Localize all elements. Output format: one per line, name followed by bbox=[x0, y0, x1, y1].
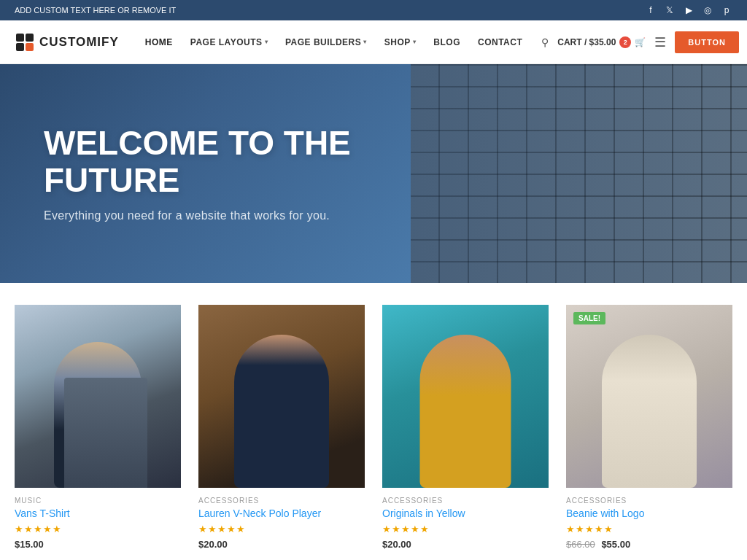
product-name-3[interactable]: Originals in Yellow bbox=[382, 508, 549, 519]
products-section: MUSIC Vans T-Shirt ★ ★ ★ ★ ★ $15.00 ACCE… bbox=[0, 283, 747, 560]
cart-badge: 2 bbox=[619, 36, 631, 48]
product-card-3[interactable]: ACCESSORIES Originals in Yellow ★ ★ ★ ★ … bbox=[382, 305, 549, 550]
social-icons: f 𝕏 ▶ ◎ p bbox=[645, 4, 732, 16]
product-card-4[interactable]: SALE! ACCESSORIES Beanie with Logo ★ ★ ★… bbox=[566, 305, 732, 550]
product-category-3: ACCESSORIES bbox=[382, 497, 549, 505]
product-image-2 bbox=[198, 305, 365, 488]
product-category-2: ACCESSORIES bbox=[198, 497, 365, 505]
product-image-1 bbox=[15, 305, 181, 488]
products-grid: MUSIC Vans T-Shirt ★ ★ ★ ★ ★ $15.00 ACCE… bbox=[15, 305, 732, 550]
product-name-1[interactable]: Vans T-Shirt bbox=[15, 508, 181, 519]
figure-4 bbox=[602, 335, 697, 488]
nav-blog[interactable]: BLOG bbox=[426, 31, 468, 53]
nav-shop-arrow: ▾ bbox=[413, 39, 417, 45]
main-nav: HOME PAGE LAYOUTS ▾ PAGE BUILDERS ▾ SHOP… bbox=[138, 31, 530, 53]
instagram-icon[interactable]: ◎ bbox=[702, 4, 713, 16]
hero-subtitle: Everything you need for a website that w… bbox=[44, 209, 467, 222]
product-old-price-4: $66.00 bbox=[566, 539, 595, 550]
product-name-2[interactable]: Lauren V-Neck Polo Player bbox=[198, 508, 365, 519]
person-3 bbox=[420, 335, 511, 488]
person-1 bbox=[54, 342, 142, 488]
hamburger-button[interactable]: ☰ bbox=[654, 36, 666, 49]
product-price-1: $15.00 bbox=[15, 539, 181, 550]
product-price-2: $20.00 bbox=[198, 539, 365, 550]
header-right: ⚲ CART / $35.00 2 🛒 ☰ BUTTON bbox=[541, 31, 739, 53]
nav-home[interactable]: HOME bbox=[138, 31, 180, 53]
header: CUSTOMIFY HOME PAGE LAYOUTS ▾ PAGE BUILD… bbox=[0, 20, 747, 64]
product-image-3 bbox=[382, 305, 549, 488]
product-placeholder-2 bbox=[198, 305, 365, 488]
person-4 bbox=[602, 335, 697, 488]
svg-rect-1 bbox=[26, 34, 34, 42]
product-price-3: $20.00 bbox=[382, 539, 549, 550]
product-image-4: SALE! bbox=[566, 305, 732, 488]
logo-text: CUSTOMIFY bbox=[39, 35, 119, 50]
product-placeholder-4 bbox=[566, 305, 732, 488]
top-bar: ADD CUSTOM TEXT HERE OR REMOVE IT f 𝕏 ▶ … bbox=[0, 0, 747, 20]
hero-title: WELCOME TO THE FUTURE bbox=[44, 125, 467, 198]
figure-2 bbox=[234, 335, 329, 488]
nav-contact[interactable]: CONTACT bbox=[471, 31, 530, 53]
product-stars-4: ★ ★ ★ ★ ★ bbox=[566, 524, 732, 534]
logo-icon bbox=[15, 32, 35, 52]
product-sale-price-4: $55.00 bbox=[601, 539, 630, 550]
sale-badge-4: SALE! bbox=[573, 312, 605, 324]
header-cta-button[interactable]: BUTTON bbox=[675, 31, 739, 53]
svg-rect-2 bbox=[16, 43, 24, 51]
youtube-icon[interactable]: ▶ bbox=[683, 4, 694, 16]
logo[interactable]: CUSTOMIFY bbox=[15, 32, 119, 52]
cart-button[interactable]: CART / $35.00 2 🛒 bbox=[557, 36, 646, 48]
facebook-icon[interactable]: f bbox=[645, 4, 657, 16]
person-2 bbox=[234, 335, 329, 488]
pinterest-icon[interactable]: p bbox=[721, 4, 732, 16]
nav-page-builders-arrow: ▾ bbox=[363, 39, 367, 45]
product-price-4: $66.00 $55.00 bbox=[566, 539, 732, 550]
hero-content: WELCOME TO THE FUTURE Everything you nee… bbox=[0, 125, 511, 222]
nav-shop[interactable]: SHOP ▾ bbox=[377, 31, 424, 53]
product-stars-3: ★ ★ ★ ★ ★ bbox=[382, 524, 549, 534]
search-button[interactable]: ⚲ bbox=[541, 36, 549, 48]
nav-page-builders[interactable]: PAGE BUILDERS ▾ bbox=[278, 31, 374, 53]
nav-page-layouts[interactable]: PAGE LAYOUTS ▾ bbox=[183, 31, 275, 53]
svg-rect-3 bbox=[26, 43, 34, 51]
twitter-icon[interactable]: 𝕏 bbox=[664, 4, 676, 16]
product-name-4[interactable]: Beanie with Logo bbox=[566, 508, 732, 519]
product-card-1[interactable]: MUSIC Vans T-Shirt ★ ★ ★ ★ ★ $15.00 bbox=[15, 305, 181, 550]
product-category-1: MUSIC bbox=[15, 497, 181, 505]
product-placeholder-1 bbox=[15, 305, 181, 488]
top-bar-text: ADD CUSTOM TEXT HERE OR REMOVE IT bbox=[15, 6, 176, 15]
product-placeholder-3 bbox=[382, 305, 549, 488]
nav-page-layouts-arrow: ▾ bbox=[265, 39, 268, 45]
product-stars-1: ★ ★ ★ ★ ★ bbox=[15, 524, 181, 534]
hero-section: WELCOME TO THE FUTURE Everything you nee… bbox=[0, 64, 747, 283]
cart-label: CART / $35.00 bbox=[557, 37, 616, 47]
product-stars-2: ★ ★ ★ ★ ★ bbox=[198, 524, 365, 534]
figure-1 bbox=[54, 342, 142, 488]
svg-rect-0 bbox=[16, 34, 24, 42]
product-card-2[interactable]: ACCESSORIES Lauren V-Neck Polo Player ★ … bbox=[198, 305, 365, 550]
figure-3 bbox=[420, 335, 511, 488]
product-category-4: ACCESSORIES bbox=[566, 497, 732, 505]
cart-icon: 🛒 bbox=[635, 37, 646, 47]
